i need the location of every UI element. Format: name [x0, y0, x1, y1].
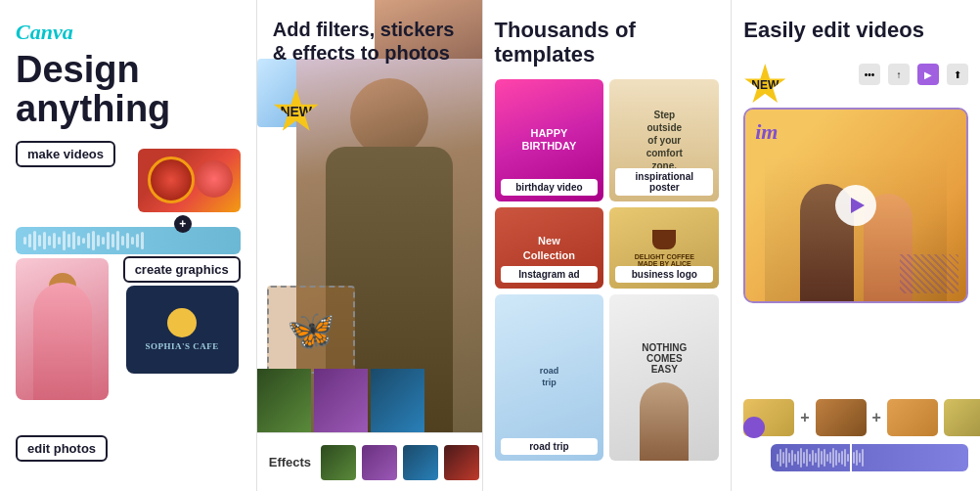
wave-bar — [136, 234, 139, 247]
wave-bar — [92, 231, 95, 250]
clip-thumb-3[interactable] — [887, 399, 938, 436]
photo-bottom-left-3 — [371, 369, 424, 432]
poster-text: Stepoutsideof yourcomfortzone. — [646, 109, 683, 172]
playhead-line — [850, 444, 852, 471]
audio-bar — [838, 453, 840, 463]
audio-bar — [821, 451, 823, 465]
template-card-birthday[interactable]: HAPPYBIRTHDAY birthday video — [495, 79, 604, 202]
panel1-content: make videos + — [16, 141, 241, 471]
templates-grid: HAPPYBIRTHDAY birthday video Stepoutside… — [495, 79, 720, 461]
audio-bar — [829, 452, 831, 464]
create-graphics-button[interactable]: create graphics — [123, 256, 241, 283]
play-icon[interactable]: ▶ — [917, 64, 939, 85]
road-text: roadtrip — [540, 366, 559, 388]
audio-bar — [815, 453, 817, 463]
birthday-label: birthday video — [501, 179, 599, 196]
effects-bar: Effects × — [257, 432, 482, 491]
audio-bars — [771, 444, 968, 471]
audio-bar — [785, 448, 787, 468]
videos-title: Easily edit videos — [743, 18, 968, 42]
photo-bottom-left-2 — [314, 369, 368, 432]
pizza-circle — [148, 156, 195, 203]
logo-label: business logo — [615, 266, 713, 283]
audio-wave — [16, 227, 241, 254]
template-card-logo[interactable]: DELIGHT COFFEEMADE BY ALICE business log… — [609, 207, 719, 289]
audio-bar — [812, 450, 814, 466]
effect-thumb-3[interactable] — [403, 445, 438, 480]
template-card-road[interactable]: roadtrip road trip — [495, 294, 604, 461]
play-button[interactable] — [835, 185, 876, 226]
wave-bar — [43, 232, 46, 249]
video-preview[interactable]: im — [743, 108, 968, 303]
poster-label: inspirational poster — [615, 168, 713, 196]
girl-figure — [33, 283, 92, 400]
plus-icon: + — [174, 215, 192, 233]
filters-title: Add filters, stickers & effects to photo… — [273, 18, 467, 65]
person-silhouette — [640, 382, 689, 461]
coffee-cup-icon — [652, 230, 676, 249]
wave-bar — [23, 237, 26, 245]
wave-bar — [28, 234, 31, 247]
wave-bar — [53, 233, 56, 248]
person-bg: NOTHINGCOMESEASY — [609, 294, 719, 461]
wave-bar — [102, 237, 105, 245]
wave-bar — [97, 235, 100, 246]
birthday-text: HAPPYBIRTHDAY — [522, 127, 577, 153]
wave-bar — [77, 236, 80, 246]
clip-plus-icon[interactable]: + — [800, 409, 809, 426]
effect-thumb-4[interactable] — [444, 445, 479, 480]
clip-plus-icon-2[interactable]: + — [872, 409, 881, 426]
audio-bar — [847, 454, 849, 462]
clip-thumb-2[interactable] — [816, 399, 867, 436]
audio-bar — [818, 448, 820, 468]
effect-thumb-2[interactable] — [362, 445, 397, 480]
panel-templates: Thousands of templates HAPPYBIRTHDAY bir… — [482, 0, 732, 491]
audio-bar — [862, 449, 864, 467]
audio-bar — [832, 448, 834, 468]
export-icon[interactable]: ⬆ — [947, 64, 968, 85]
more-icon[interactable]: ••• — [859, 64, 880, 85]
girl-image — [16, 258, 109, 400]
wave-bar — [72, 232, 75, 249]
road-bg: roadtrip — [495, 294, 604, 461]
logo-text: DELIGHT COFFEEMADE BY ALICE — [635, 253, 694, 267]
template-card-poster[interactable]: Stepoutsideof yourcomfortzone. inspirati… — [609, 79, 719, 202]
audio-bar — [824, 449, 825, 467]
dots-decoration — [900, 254, 958, 293]
video-toolbar: ••• ↑ ▶ ⬆ — [859, 64, 968, 85]
make-videos-button[interactable]: make videos — [16, 141, 115, 167]
panel-videos: Easily edit videos NEW ••• ↑ ▶ ⬆ im — [731, 0, 980, 491]
wave-bar — [126, 233, 129, 248]
panel2-header: Add filters, stickers & effects to photo… — [273, 18, 467, 65]
wave-bar — [111, 234, 114, 247]
template-card-instagram[interactable]: NewCollection Instagram ad — [495, 207, 604, 289]
share-icon[interactable]: ↑ — [888, 64, 910, 85]
wave-bar — [131, 237, 134, 245]
food-image — [138, 149, 241, 212]
cafe-text: SOPHIA'S CAFE — [146, 341, 219, 351]
audio-bar — [797, 451, 799, 465]
audio-bar — [844, 449, 846, 467]
audio-bar — [835, 450, 837, 466]
audio-bar — [856, 450, 858, 466]
canva-logo: Canva — [16, 20, 241, 45]
edit-photos-button[interactable]: edit photos — [16, 435, 108, 462]
instagram-label: Instagram ad — [501, 266, 599, 283]
effects-thumbnails — [321, 445, 479, 480]
cafe-sun-icon — [167, 308, 197, 337]
play-triangle-icon — [851, 198, 865, 213]
wave-bar — [87, 233, 90, 248]
audio-bar — [780, 449, 781, 467]
clip-thumb-4[interactable] — [944, 399, 980, 436]
video-new-badge: NEW — [743, 64, 786, 107]
effect-thumb-1[interactable] — [321, 445, 356, 480]
template-card-person[interactable]: NOTHINGCOMESEASY — [609, 294, 719, 461]
audio-track[interactable] — [771, 444, 968, 471]
audio-bar — [794, 454, 796, 462]
design-title: Design anything — [16, 51, 241, 129]
road-label: road trip — [501, 438, 599, 455]
audio-bar — [803, 452, 805, 464]
photo-collage: 🦋 — [257, 0, 482, 432]
video-couple-image: im — [745, 110, 966, 301]
wave-bar — [38, 235, 41, 246]
